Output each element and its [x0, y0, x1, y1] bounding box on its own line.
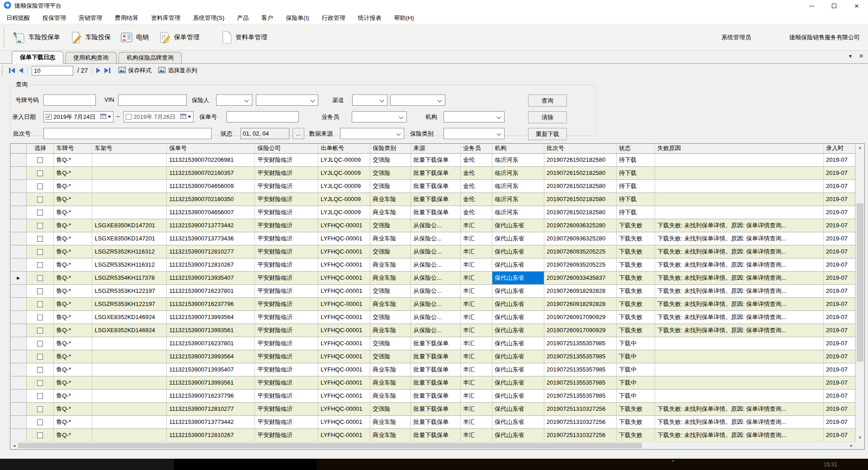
- cell-account[interactable]: LYFHQC-00001: [318, 428, 370, 442]
- table-row[interactable]: 鲁Q-*11132153900712810267平安财险临沂LYFHQC-000…: [10, 428, 855, 442]
- cell-agent[interactable]: 丰汇: [461, 245, 492, 258]
- column-header-select[interactable]: 选择: [27, 144, 54, 153]
- menu-item-7[interactable]: 产品: [237, 14, 249, 22]
- cell-source[interactable]: 批量下载保单: [411, 402, 461, 415]
- cell-plate[interactable]: 鲁Q-*: [54, 310, 92, 324]
- table-row[interactable]: 鲁Q-*LSGZR5353KH1221971113215390071623779…: [10, 297, 855, 310]
- cell-source[interactable]: 批量下载保单: [411, 350, 461, 363]
- cell-vin[interactable]: LSGXE8350KD147201: [92, 219, 167, 232]
- row-checkbox[interactable]: [37, 315, 43, 320]
- cell-type[interactable]: 商业车险: [370, 389, 411, 402]
- cell-agent[interactable]: 金伦: [461, 179, 492, 193]
- menu-item-10[interactable]: 行政管理: [322, 14, 345, 22]
- cell-company[interactable]: 平安财险临沂: [255, 337, 318, 350]
- cell-reason[interactable]: 下载失败: 未找到保单详情。原因: 保单详情查询...: [655, 324, 824, 337]
- cell-type[interactable]: 交强险: [370, 179, 411, 193]
- cell-type[interactable]: 交强险: [370, 153, 411, 166]
- cell-company[interactable]: 平安财险临沂: [255, 232, 318, 245]
- cell-type[interactable]: 交强险: [370, 350, 411, 363]
- cell-select[interactable]: [27, 310, 54, 324]
- cell-select[interactable]: [27, 297, 54, 310]
- table-row[interactable]: 鲁Q-*11132153900716237801平安财险临沂LYFHQC-000…: [10, 337, 855, 350]
- cell-account[interactable]: LYFHQC-00001: [318, 350, 370, 363]
- cell-select[interactable]: [27, 153, 54, 166]
- date-from-picker[interactable]: ✓ 2019年 7月24日: [43, 111, 113, 122]
- cell-status[interactable]: 下载失败: [617, 415, 655, 428]
- scroll-right-icon[interactable]: ►: [848, 442, 855, 449]
- cell-batch[interactable]: 201907251355357985: [544, 389, 617, 402]
- cell-source[interactable]: 批量下载保单: [411, 166, 461, 179]
- cell-company[interactable]: 平安财险临沂: [255, 363, 318, 376]
- cell-policy[interactable]: 11132153900716237801: [167, 284, 255, 297]
- org-select[interactable]: [443, 111, 505, 122]
- cell-org[interactable]: 临沂河东: [492, 193, 544, 206]
- cell-org[interactable]: 保代山东省: [492, 337, 544, 350]
- cell-vin[interactable]: [92, 363, 167, 376]
- cell-status[interactable]: 下载中: [617, 337, 655, 350]
- tab-list-dropdown-button[interactable]: ▾: [849, 53, 852, 59]
- cell-policy[interactable]: 11132153900713993564: [167, 310, 255, 324]
- column-header-type[interactable]: 保险类别: [370, 144, 411, 153]
- cell-reason[interactable]: 下载失败: 未找到保单详情。原因: 保单详情查询...: [655, 402, 824, 415]
- next-record-button[interactable]: [96, 68, 100, 73]
- cell-vin[interactable]: [92, 428, 167, 442]
- cell-type[interactable]: 商业车险: [370, 258, 411, 271]
- row-checkbox[interactable]: [37, 223, 43, 229]
- cell-batch[interactable]: 201907251355357985: [544, 350, 617, 363]
- policy-manage-button[interactable]: 保单管理: [153, 28, 204, 47]
- cell-policy[interactable]: 11132153900713935407: [167, 363, 255, 376]
- cell-vin[interactable]: [92, 376, 167, 389]
- row-checkbox[interactable]: [37, 183, 43, 189]
- cell-select[interactable]: [27, 350, 54, 363]
- cell-status[interactable]: 下载中: [617, 389, 655, 402]
- cell-status[interactable]: 待下载: [617, 153, 655, 166]
- cell-time[interactable]: 2019-07: [823, 324, 855, 337]
- row-checkbox[interactable]: [37, 210, 43, 216]
- cell-company[interactable]: 平安财险临沂: [255, 245, 318, 258]
- insured-type-select[interactable]: [216, 94, 252, 106]
- cell-batch[interactable]: 201907260936325280: [544, 219, 617, 232]
- row-checkbox[interactable]: [37, 275, 43, 281]
- cell-plate[interactable]: 鲁Q-*: [54, 219, 92, 232]
- cell-reason[interactable]: [655, 376, 824, 389]
- cell-reason[interactable]: [655, 350, 824, 363]
- cell-status[interactable]: 下载失败: [617, 310, 655, 324]
- cell-plate[interactable]: 鲁Q-*: [54, 324, 92, 337]
- cell-plate[interactable]: 鲁Q-*: [54, 193, 92, 206]
- cell-reason[interactable]: [655, 193, 824, 206]
- table-row[interactable]: 鲁Q-*11132153900713935407平安财险临沂LYFHQC-000…: [10, 363, 855, 376]
- column-header-vin[interactable]: 车架号: [92, 144, 167, 153]
- tab-1[interactable]: 保单下载日志: [12, 51, 63, 64]
- row-checkbox[interactable]: [37, 419, 43, 425]
- cell-account[interactable]: LYFHQC-00001: [318, 271, 370, 284]
- cell-vin[interactable]: [92, 350, 167, 363]
- cell-reason[interactable]: 下载失败: 未找到保单详情。原因: 保单详情查询...: [655, 415, 824, 428]
- column-header-reason[interactable]: 失败原因: [655, 144, 824, 153]
- cell-batch[interactable]: 201907260935205225: [544, 245, 617, 258]
- cell-agent[interactable]: 丰汇: [461, 324, 492, 337]
- cell-vin[interactable]: [92, 337, 167, 350]
- row-checkbox[interactable]: [37, 288, 43, 294]
- cell-plate[interactable]: 鲁Q-*: [54, 402, 92, 415]
- tab-2[interactable]: 使用机构查询: [65, 52, 117, 63]
- row-checkbox[interactable]: [37, 380, 43, 386]
- data-sheet-button[interactable]: 资料单管理: [217, 28, 272, 47]
- table-row[interactable]: 鲁Q-*11132153900702206981平安财险临沂LYJLQC-000…: [10, 153, 855, 166]
- cell-org[interactable]: 保代山东省: [492, 376, 544, 389]
- minimize-button[interactable]: [800, 0, 823, 12]
- cell-type[interactable]: 商业车险: [370, 363, 411, 376]
- cell-company[interactable]: 平安财险临沂: [255, 297, 318, 310]
- cell-select[interactable]: [27, 284, 54, 297]
- cell-time[interactable]: 2019-07: [823, 232, 855, 245]
- telesales-button[interactable]: 电销: [115, 28, 153, 47]
- cell-policy[interactable]: 11132153900712810277: [167, 402, 255, 415]
- menu-item-12[interactable]: 帮助(H): [394, 14, 414, 22]
- cell-policy[interactable]: 11132153900702160357: [167, 166, 255, 179]
- cell-agent[interactable]: 丰汇: [461, 258, 492, 271]
- cell-company[interactable]: 平安财险临沂: [255, 219, 318, 232]
- row-checkbox[interactable]: [37, 236, 43, 242]
- table-row[interactable]: 鲁Q-*11132153900713773442平安财险临沂LYFHQC-000…: [10, 415, 855, 428]
- cell-company[interactable]: 平安财险临沂: [255, 206, 318, 219]
- cell-status[interactable]: 下载中: [617, 350, 655, 363]
- cell-agent[interactable]: 丰汇: [461, 350, 492, 363]
